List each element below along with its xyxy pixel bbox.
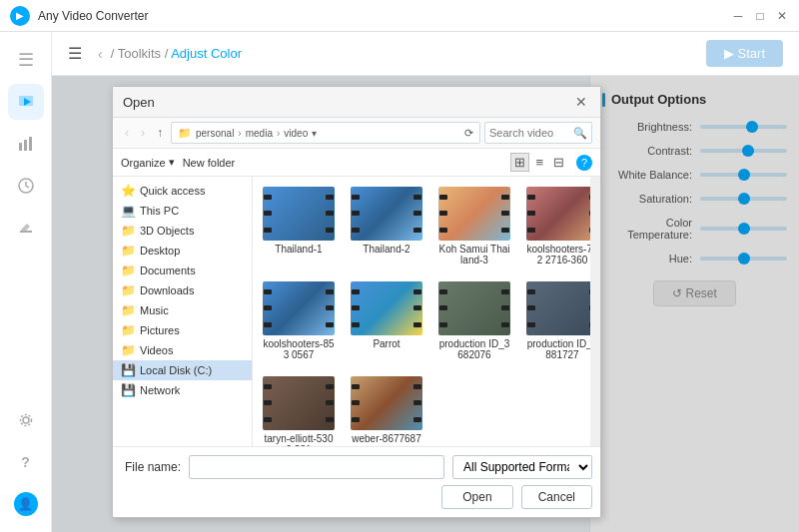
navbar: ☰ ‹ / Toolkits / Adjust Color ▶ Start bbox=[52, 32, 799, 76]
tree-item[interactable]: 📁Videos bbox=[113, 340, 252, 360]
file-name: Thailand-1 bbox=[275, 244, 322, 255]
list-item[interactable]: taryn-elliott-5309 381 bbox=[259, 372, 339, 446]
organize-button[interactable]: Organize ▾ bbox=[121, 156, 175, 169]
scrollbar[interactable] bbox=[590, 177, 600, 446]
nav-back-button[interactable]: ‹ bbox=[98, 46, 103, 62]
addr-path[interactable]: 📁 personal › media › video ▾ ⟳ bbox=[171, 122, 480, 144]
tree-item-label: Documents bbox=[140, 265, 196, 276]
dialog-close-button[interactable]: ✕ bbox=[572, 93, 590, 111]
format-select[interactable]: All Supported FormatsAll FilesMP4AVIMOV bbox=[452, 455, 592, 479]
tree-item[interactable]: ⭐Quick access bbox=[113, 181, 252, 201]
file-thumbnail bbox=[351, 187, 422, 241]
sidebar-item-settings[interactable] bbox=[8, 402, 44, 438]
breadcrumb-toolkits[interactable]: Toolkits bbox=[118, 46, 161, 61]
tree-item-label: 3D Objects bbox=[140, 225, 194, 237]
dialog-toolbar: Organize ▾ New folder ⊞ ≡ ⊟ ? bbox=[113, 149, 600, 177]
window-controls[interactable]: ─ □ ✕ bbox=[731, 9, 789, 23]
breadcrumb-adjust-color[interactable]: Adjust Color bbox=[171, 46, 242, 61]
file-name: production ID_3682076 bbox=[438, 338, 510, 360]
filename-input[interactable] bbox=[189, 455, 444, 479]
file-thumbnail bbox=[351, 281, 422, 335]
sidebar-item-menu[interactable]: ☰ bbox=[8, 42, 44, 78]
list-item[interactable]: weber-8677687 bbox=[347, 372, 426, 446]
tree-item-icon: 📁 bbox=[121, 303, 136, 317]
sidebar-item-history[interactable] bbox=[8, 168, 44, 204]
view-list-button[interactable]: ≡ bbox=[531, 153, 547, 172]
tree-item[interactable]: 📁3D Objects bbox=[113, 221, 252, 241]
addr-refresh-button[interactable]: ⟳ bbox=[464, 127, 473, 140]
action-row: Open Cancel bbox=[121, 485, 592, 509]
tree-item[interactable]: 💾Network bbox=[113, 380, 252, 400]
tree-item[interactable]: 📁Pictures bbox=[113, 320, 252, 340]
tree-item-label: This PC bbox=[140, 205, 179, 217]
tree-item-icon: 📁 bbox=[121, 264, 136, 277]
maximize-button[interactable]: □ bbox=[753, 9, 767, 23]
file-thumbnail bbox=[263, 376, 335, 430]
addr-sep-1: › bbox=[238, 128, 241, 139]
list-item[interactable]: Koh Samui Thailand-3 bbox=[434, 183, 514, 269]
file-thumbnail bbox=[438, 281, 510, 335]
addr-path-segment-2: media bbox=[246, 128, 273, 139]
file-thumbnail bbox=[438, 187, 510, 241]
addr-back-button[interactable]: ‹ bbox=[121, 124, 133, 142]
sidebar: ☰ ? 👤 bbox=[0, 32, 52, 532]
file-name: Thailand-2 bbox=[363, 244, 409, 255]
tree-item-label: Network bbox=[140, 384, 180, 396]
list-item[interactable]: koolshooters-853 0567 bbox=[259, 277, 339, 364]
sidebar-item-edit[interactable] bbox=[8, 210, 44, 246]
tree-item[interactable]: 📁Desktop bbox=[113, 241, 252, 261]
tree-item-label: Local Disk (C:) bbox=[140, 364, 212, 376]
list-item[interactable]: production ID_3682076 bbox=[434, 277, 514, 364]
search-box[interactable]: 🔍 bbox=[484, 122, 592, 144]
tree-item-label: Music bbox=[140, 304, 169, 316]
tree-item-icon: 📁 bbox=[121, 343, 136, 357]
tree-panel: ⭐Quick access💻This PC📁3D Objects📁Desktop… bbox=[113, 177, 253, 446]
sidebar-item-user[interactable]: 👤 bbox=[8, 486, 44, 522]
sidebar-item-stats[interactable] bbox=[8, 126, 44, 162]
minimize-button[interactable]: ─ bbox=[731, 9, 745, 23]
titlebar: ▶ Any Video Converter ─ □ ✕ bbox=[0, 0, 799, 32]
dialog-help-button[interactable]: ? bbox=[576, 155, 592, 171]
tree-item[interactable]: 💻This PC bbox=[113, 201, 252, 221]
file-thumbnail bbox=[526, 187, 598, 241]
svg-point-8 bbox=[23, 417, 29, 423]
close-button[interactable]: ✕ bbox=[775, 9, 789, 23]
svg-rect-6 bbox=[20, 231, 32, 233]
list-item[interactable]: koolshooters-732 2716-360 bbox=[522, 183, 600, 269]
file-thumbnail bbox=[263, 281, 335, 335]
tree-item[interactable]: 📁Downloads bbox=[113, 280, 252, 300]
search-input[interactable] bbox=[489, 127, 569, 139]
addr-up-button[interactable]: ↑ bbox=[153, 124, 167, 142]
cancel-button[interactable]: Cancel bbox=[521, 485, 592, 509]
start-button[interactable]: ▶ Start bbox=[706, 40, 783, 67]
tree-item-icon: 💻 bbox=[121, 204, 136, 218]
view-buttons: ⊞ ≡ ⊟ bbox=[510, 153, 568, 172]
svg-rect-2 bbox=[19, 143, 22, 151]
tree-item[interactable]: 📁Documents bbox=[113, 261, 252, 280]
app-title: Any Video Converter bbox=[38, 9, 731, 23]
tree-item[interactable]: 📁Music bbox=[113, 300, 252, 320]
view-grid-button[interactable]: ⊞ bbox=[510, 153, 529, 172]
tree-item-label: Downloads bbox=[140, 284, 194, 296]
view-detail-button[interactable]: ⊟ bbox=[549, 153, 568, 172]
tree-item[interactable]: 💾Local Disk (C:) bbox=[113, 360, 252, 380]
file-name: Koh Samui Thailand-3 bbox=[438, 244, 510, 266]
new-folder-button[interactable]: New folder bbox=[183, 157, 236, 169]
file-name: taryn-elliott-5309 381 bbox=[263, 433, 335, 446]
list-item[interactable]: Thailand-1 bbox=[259, 183, 339, 269]
addr-dropdown-arrow[interactable]: ▾ bbox=[312, 128, 317, 139]
nav-hamburger[interactable]: ☰ bbox=[68, 44, 82, 63]
dialog-title: Open bbox=[123, 95, 572, 110]
file-thumbnail bbox=[263, 187, 335, 241]
sidebar-item-convert[interactable] bbox=[8, 84, 44, 120]
tree-item-label: Quick access bbox=[140, 185, 205, 197]
tree-item-label: Desktop bbox=[140, 245, 180, 257]
list-item[interactable]: Thailand-2 bbox=[347, 183, 426, 269]
sidebar-item-help[interactable]: ? bbox=[8, 444, 44, 480]
addr-forward-button[interactable]: › bbox=[137, 124, 149, 142]
dialog-titlebar: Open ✕ bbox=[113, 87, 600, 118]
open-button[interactable]: Open bbox=[441, 485, 512, 509]
file-name: weber-8677687 bbox=[352, 433, 421, 444]
list-item[interactable]: production ID_4881727 bbox=[522, 277, 600, 364]
list-item[interactable]: Parrot bbox=[347, 277, 426, 364]
